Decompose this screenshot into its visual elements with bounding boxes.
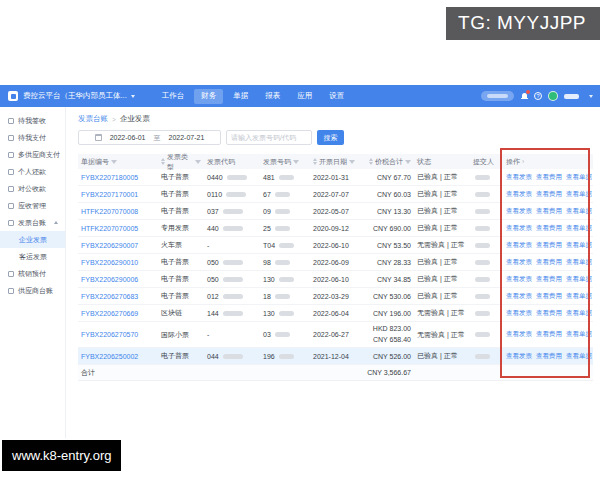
column-header-发票类型[interactable]: 发票类型	[158, 152, 204, 172]
column-header-价税合计[interactable]: 价税合计	[362, 157, 414, 167]
action-link-查看单据[interactable]: 查看单据	[566, 275, 592, 284]
nav-item-应用[interactable]: 应用	[290, 89, 319, 104]
action-link-查看费用[interactable]: 查看费用	[536, 258, 562, 267]
help-icon[interactable]: ?	[534, 92, 542, 100]
cell-invoice-number: 130	[260, 276, 310, 283]
action-link-查看单据[interactable]: 查看单据	[566, 292, 592, 301]
table-row[interactable]: FYBX2206290007火车票-T042022-06-10CNY 53.50…	[78, 237, 593, 254]
nav-item-财务[interactable]: 财务	[194, 89, 223, 104]
action-link-查看单据[interactable]: 查看单据	[566, 258, 592, 267]
invoice-number-prefix: 130	[263, 276, 275, 283]
table-row[interactable]: HTFK2207070008电子普票037092022-05-07CNY 13.…	[78, 203, 593, 220]
action-link-查看发票[interactable]: 查看发票	[506, 190, 532, 199]
sidebar-item-label: 个人还款	[18, 167, 46, 177]
action-link-查看发票[interactable]: 查看发票	[506, 330, 532, 339]
filter-funnel-icon	[405, 160, 411, 164]
sidebar-subitem-客运发票[interactable]: 客运发票	[0, 248, 65, 265]
date-range-picker[interactable]: 2022-06-01 至 2022-07-21	[78, 130, 221, 145]
doc-no-link[interactable]: FYBX2206270683	[81, 293, 138, 300]
action-link-查看费用[interactable]: 查看费用	[536, 190, 562, 199]
amount-value: CNY 690.00	[373, 225, 411, 232]
doc-no-link[interactable]: FYBX2207180005	[81, 174, 138, 181]
action-link-查看单据[interactable]: 查看单据	[566, 330, 592, 339]
action-link-查看单据[interactable]: 查看单据	[566, 241, 592, 250]
sidebar-item-待我签收[interactable]: 待我签收	[0, 112, 65, 129]
sidebar-item-供应商台账[interactable]: 供应商台账	[0, 282, 65, 299]
doc-no-link[interactable]: FYBX2207170001	[81, 191, 138, 198]
sidebar-item-个人还款[interactable]: 个人还款	[0, 163, 65, 180]
table-row[interactable]: FYBX2207170001电子普票0110672022-07-07CNY 60…	[78, 186, 593, 203]
cell-invoice-date: 2020-09-12	[310, 225, 362, 232]
table-row[interactable]: FYBX2206290010电子普票050982022-06-09CNY 28.…	[78, 254, 593, 271]
sidebar-item-多供应商支付[interactable]: 多供应商支付	[0, 146, 65, 163]
table-row[interactable]: HTFK2207070005专用发票440252020-09-12CNY 690…	[78, 220, 593, 237]
doc-no-link[interactable]: FYBX2206270669	[81, 310, 138, 317]
action-link-查看单据[interactable]: 查看单据	[566, 309, 592, 318]
sidebar-item-icon	[8, 186, 14, 192]
sidebar-item-核销预付[interactable]: 核销预付	[0, 265, 65, 282]
column-header-开票日期[interactable]: 开票日期	[310, 157, 362, 167]
doc-no-link[interactable]: FYBX2206290007	[81, 242, 138, 249]
action-link-查看发票[interactable]: 查看发票	[506, 173, 532, 182]
action-link-查看费用[interactable]: 查看费用	[536, 292, 562, 301]
nav-item-工作台[interactable]: 工作台	[155, 89, 192, 104]
doc-no-link[interactable]: HTFK2207070005	[81, 225, 138, 232]
action-link-查看单据[interactable]: 查看单据	[566, 224, 592, 233]
table-row[interactable]: FYBX2206250002电子普票0441962021-12-04CNY 52…	[78, 348, 593, 365]
sidebar-subitem-企业发票[interactable]: 企业发票	[0, 231, 65, 248]
action-link-查看费用[interactable]: 查看费用	[536, 309, 562, 318]
table-row[interactable]: FYBX2206270669区块链1441302022-06-04CNY 196…	[78, 305, 593, 322]
cell-invoice-type: 电子普票	[158, 257, 204, 267]
doc-no-link[interactable]: FYBX2206270570	[81, 331, 138, 338]
action-link-查看发票[interactable]: 查看发票	[506, 292, 532, 301]
column-header-label: 提交人	[473, 157, 494, 167]
action-link-查看发票[interactable]: 查看发票	[506, 258, 532, 267]
cell-doc-no: FYBX2206270683	[78, 293, 158, 300]
search-button[interactable]: 搜索	[317, 130, 344, 145]
nav-item-单据[interactable]: 单据	[226, 89, 255, 104]
sidebar-item-待我支付[interactable]: 待我支付	[0, 129, 65, 146]
app-title[interactable]: 费控云平台（王华内部员工体...	[23, 91, 127, 101]
nav-item-设置[interactable]: 设置	[322, 89, 351, 104]
action-link-查看发票[interactable]: 查看发票	[506, 224, 532, 233]
action-link-查看单据[interactable]: 查看单据	[566, 207, 592, 216]
breadcrumb-item-发票台账[interactable]: 发票台账	[78, 114, 108, 124]
table-row[interactable]: FYBX2206270570国际小票-032022-06-27HKD 823.0…	[78, 322, 593, 348]
action-link-查看费用[interactable]: 查看费用	[536, 352, 562, 361]
cell-invoice-code: 440	[204, 225, 260, 232]
action-link-查看发票[interactable]: 查看发票	[506, 309, 532, 318]
nav-item-报表[interactable]: 报表	[258, 89, 287, 104]
invoice-code-prefix: 440	[207, 225, 219, 232]
column-header-发票号码[interactable]: 发票号码	[260, 157, 310, 167]
doc-no-link[interactable]: FYBX2206250002	[81, 353, 138, 360]
action-link-查看发票[interactable]: 查看发票	[506, 207, 532, 216]
action-link-查看单据[interactable]: 查看单据	[566, 173, 592, 182]
action-link-查看费用[interactable]: 查看费用	[536, 173, 562, 182]
sidebar-item-对公收款[interactable]: 对公收款	[0, 180, 65, 197]
doc-no-link[interactable]: HTFK2207070008	[81, 208, 138, 215]
search-input[interactable]	[226, 130, 312, 145]
action-link-查看费用[interactable]: 查看费用	[536, 207, 562, 216]
action-link-查看发票[interactable]: 查看发票	[506, 241, 532, 250]
header-pill-button[interactable]	[481, 91, 514, 101]
table-row[interactable]: FYBX2207180005电子普票04404812022-01-31CNY 6…	[78, 169, 593, 186]
action-link-查看发票[interactable]: 查看发票	[506, 275, 532, 284]
table-row[interactable]: FYBX2206270683电子普票012182022-03-29CNY 530…	[78, 288, 593, 305]
table-row[interactable]: FYBX2206290006电子普票0501302022-06-10CNY 34…	[78, 271, 593, 288]
action-link-查看单据[interactable]: 查看单据	[566, 190, 592, 199]
notification-bell-icon[interactable]	[520, 92, 528, 100]
action-link-查看费用[interactable]: 查看费用	[536, 241, 562, 250]
sidebar-item-应收管理[interactable]: 应收管理	[0, 197, 65, 214]
amount-stack: HKD 823.00CNY 658.40	[373, 324, 411, 345]
column-header-单据编号[interactable]: 单据编号	[78, 157, 158, 167]
action-link-查看发票[interactable]: 查看发票	[506, 352, 532, 361]
avatar[interactable]	[548, 91, 558, 101]
action-link-查看费用[interactable]: 查看费用	[536, 275, 562, 284]
action-link-查看费用[interactable]: 查看费用	[536, 330, 562, 339]
doc-no-link[interactable]: FYBX2206290010	[81, 259, 138, 266]
action-link-查看费用[interactable]: 查看费用	[536, 224, 562, 233]
doc-no-link[interactable]: FYBX2206290006	[81, 276, 138, 283]
sidebar-item-发票台账[interactable]: 发票台账	[0, 214, 65, 231]
action-link-查看单据[interactable]: 查看单据	[566, 352, 592, 361]
chevron-down-icon[interactable]	[589, 95, 593, 98]
